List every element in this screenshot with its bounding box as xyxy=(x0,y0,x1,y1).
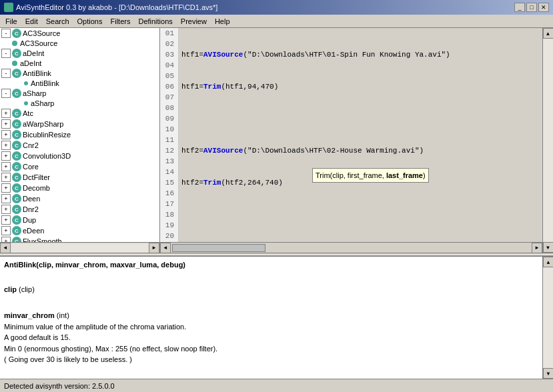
sidebar-item-core[interactable]: + C Core xyxy=(0,161,159,172)
sidebar-item-dup[interactable]: + C Dup xyxy=(0,215,159,225)
bottom-v-scroll-up-btn[interactable]: ▲ xyxy=(543,257,553,267)
panel-title: AntiBlink(clip, minvar_chrom, maxvar_lum… xyxy=(4,259,538,271)
line-num: 06 xyxy=(160,81,176,92)
menu-search[interactable]: Search xyxy=(42,16,73,27)
node-icon: C xyxy=(12,162,21,171)
scroll-track xyxy=(11,243,149,253)
expand-icon: + xyxy=(1,237,11,242)
top-split: - C AC3Source AC3Source - C aDeInt aDeIn… xyxy=(0,28,553,253)
h-scroll-right-btn[interactable]: ► xyxy=(532,243,542,253)
status-bar: Detected avisynth version: 2.5.0.0 xyxy=(0,379,553,392)
editor-wrapper: 01 02 03 04 05 06 07 08 09 10 11 12 13 1… xyxy=(160,28,553,253)
line-num: 03 xyxy=(160,49,176,60)
sidebar-item-awarpsharp[interactable]: + C aWarpSharp xyxy=(0,119,159,129)
node-icon: C xyxy=(12,226,21,235)
sidebar-item-cnr2[interactable]: + C Cnr2 xyxy=(0,140,159,151)
line-num: 09 xyxy=(160,113,176,124)
node-icon: C xyxy=(12,183,21,193)
sidebar-label: DctFilter xyxy=(23,173,50,181)
menu-preview[interactable]: Preview xyxy=(177,16,211,27)
menu-filters[interactable]: Filters xyxy=(106,16,134,27)
expand-icon: + xyxy=(1,162,11,171)
menu-file[interactable]: File xyxy=(1,16,21,27)
app-icon xyxy=(4,3,13,12)
v-scroll-down-btn[interactable]: ▼ xyxy=(543,242,554,253)
code-editor[interactable]: htf1=AVISource("D:\Downloads\HTF\01-Spin… xyxy=(179,28,542,242)
line-num: 05 xyxy=(160,71,176,81)
sidebar-item-bicublinresize[interactable]: + C BicublinResize xyxy=(0,129,159,140)
dot-icon xyxy=(24,81,28,85)
dot-icon xyxy=(24,101,28,105)
window-title: AviSynthEditor 0.3 by akabob - [D:\Downl… xyxy=(16,3,217,11)
section-desc-minvar-2: A good default is 15. xyxy=(4,332,538,343)
line-num: 12 xyxy=(160,145,176,156)
node-icon: C xyxy=(12,119,21,129)
node-icon: C xyxy=(12,173,21,182)
sidebar-label: aDeInt xyxy=(20,59,41,67)
code-line-1: htf1=AVISource("D:\Downloads\HTF\01-Spin… xyxy=(181,49,540,60)
node-icon: C xyxy=(12,49,21,58)
section-desc-minvar-4: ( Going over 30 is likely to be useless.… xyxy=(4,354,538,365)
maximize-button[interactable]: □ xyxy=(526,3,537,12)
menu-help[interactable]: Help xyxy=(211,16,234,27)
h-scrollbar-thumb[interactable] xyxy=(172,244,265,252)
scroll-left-btn[interactable]: ◄ xyxy=(0,243,11,253)
sidebar-label: AntiBlink xyxy=(31,79,59,87)
sidebar-item-decomb[interactable]: + C Decomb xyxy=(0,183,159,193)
sidebar-item-dctfilter[interactable]: + C DctFilter xyxy=(0,172,159,183)
node-icon: C xyxy=(12,194,21,203)
sidebar-item-dnr2[interactable]: + C Dnr2 xyxy=(0,204,159,215)
sidebar-item-asharp-child[interactable]: aSharp xyxy=(0,99,159,108)
sidebar-item-adeint-child[interactable]: aDeInt xyxy=(0,59,159,68)
dot-icon xyxy=(12,41,17,46)
editor-vscrollbar: ▲ ▼ xyxy=(542,28,553,253)
v-scroll-up-btn[interactable]: ▲ xyxy=(543,28,554,39)
sidebar-item-antiblink[interactable]: - C AntiBlink xyxy=(0,68,159,79)
node-icon: C xyxy=(12,69,21,78)
menu-definitions[interactable]: Definitions xyxy=(134,16,176,27)
minimize-button[interactable]: _ xyxy=(514,3,525,12)
code-line-7: htf3=AVISource("D:\Downloads\HTF\03-Help… xyxy=(181,241,540,242)
sidebar-item-asharp[interactable]: - C aSharp xyxy=(0,88,159,99)
sidebar-label: AC3Source xyxy=(20,39,57,47)
sidebar-item-ac3source[interactable]: - C AC3Source xyxy=(0,28,159,39)
node-icon: C xyxy=(12,151,21,161)
info-section-clip: clip (clip) xyxy=(4,284,538,295)
section-desc-minvar-1: Minimum value of the amplitude of the ch… xyxy=(4,321,538,333)
bottom-v-scroll-down-btn[interactable]: ▼ xyxy=(543,368,553,379)
node-icon: C xyxy=(12,130,21,139)
sidebar-item-fluxsmooth[interactable]: + C FluxSmooth xyxy=(0,236,159,242)
info-section-minvar: minvar_chrom (int) Minimum value of the … xyxy=(4,310,538,365)
line-numbers: 01 02 03 04 05 06 07 08 09 10 11 12 13 1… xyxy=(160,28,179,242)
h-scroll-left-btn[interactable]: ◄ xyxy=(160,243,171,253)
node-icon: C xyxy=(12,205,21,214)
sidebar-item-deen[interactable]: + C Deen xyxy=(0,193,159,204)
sidebar-label: eDeen xyxy=(23,227,44,235)
sidebar-label: aWarpSharp xyxy=(23,120,63,128)
sidebar-item-atc[interactable]: + C Atc xyxy=(0,108,159,119)
scroll-right-btn[interactable]: ► xyxy=(149,243,159,253)
sidebar-item-adeint[interactable]: - C aDeInt xyxy=(0,48,159,59)
line-num: 18 xyxy=(160,209,176,220)
v-scroll-track xyxy=(543,39,553,242)
section-desc-minvar-3: Min 0 (enormous ghosting), Max : 255 (no… xyxy=(4,343,538,355)
sidebar-label: Core xyxy=(23,163,39,171)
expand-icon: + xyxy=(1,109,11,118)
node-icon: C xyxy=(12,29,21,38)
sidebar-label: AntiBlink xyxy=(23,69,51,77)
sidebar-item-edeen[interactable]: + C eDeen xyxy=(0,225,159,236)
main-content: - C AC3Source AC3Source - C aDeInt aDeIn… xyxy=(0,28,553,392)
info-content: AntiBlink(clip, minvar_chrom, maxvar_lum… xyxy=(0,257,542,379)
sidebar-label: aSharp xyxy=(23,89,46,97)
menu-options[interactable]: Options xyxy=(73,16,107,27)
close-button[interactable]: ✕ xyxy=(538,3,549,12)
menu-edit[interactable]: Edit xyxy=(21,16,42,27)
expand-icon: + xyxy=(1,205,11,214)
sidebar-label: Decomb xyxy=(23,184,50,192)
sidebar-item-ac3source-child[interactable]: AC3Source xyxy=(0,39,159,48)
sidebar-item-antiblink-child[interactable]: AntiBlink xyxy=(0,79,159,88)
expand-icon: + xyxy=(1,215,11,225)
sidebar-label: AC3Source xyxy=(23,29,60,37)
sidebar-item-convolution3d[interactable]: + C Convolution3D xyxy=(0,151,159,161)
line-num: 13 xyxy=(160,156,176,167)
